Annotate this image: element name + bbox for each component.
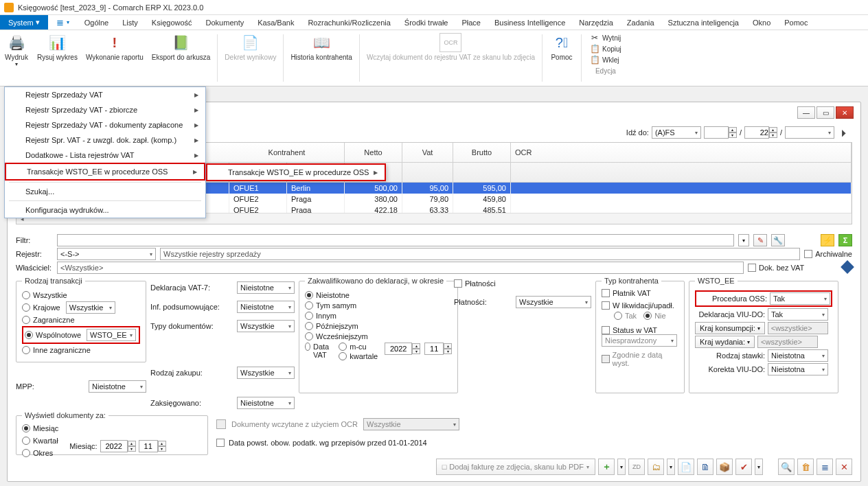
goto-spinner1[interactable]: ▴▾ — [704, 126, 737, 139]
ribbon-wykres[interactable]: 📊 Rysuj wykres — [33, 30, 82, 86]
col-vat[interactable]: Vat — [402, 143, 453, 162]
filter-tool-button[interactable]: 🔧 — [771, 234, 785, 246]
dekl-inf-select[interactable]: Nieistotne▾ — [237, 301, 295, 313]
col-brutto[interactable]: Brutto — [453, 143, 511, 162]
kraj-konsumpcji-select[interactable]: <wszystkie> — [768, 322, 828, 334]
filter-input[interactable] — [57, 234, 734, 246]
dd-dodatkowe[interactable]: Dodatkowe - Lista rejestrów VAT▶ — [5, 148, 205, 163]
tool3-button[interactable]: 🗎 — [697, 459, 713, 475]
dropdown-icon[interactable]: ▾ — [67, 19, 69, 25]
radio-datavat[interactable]: Data VAT m-cu kwartale ▴▾ ▴▾ — [305, 343, 452, 360]
list-button[interactable]: ≣ — [816, 459, 833, 475]
radio-nieistotne[interactable]: Nieistotne — [305, 291, 452, 299]
dd-szukaj[interactable]: Szukaj... — [5, 184, 205, 199]
kraj-wydania-button[interactable]: Kraj wydania:▾ — [695, 336, 755, 348]
add-button[interactable]: ＋ — [598, 459, 615, 475]
minimize-button[interactable]: — — [797, 106, 815, 119]
tool5-button[interactable]: ✔ — [735, 459, 752, 475]
col-ocr[interactable]: OCR — [511, 143, 852, 162]
datapow-row[interactable]: Data powst. obow. podatk. wg przepisów p… — [216, 439, 427, 447]
radio-miesiac[interactable]: Miesiąc — [22, 424, 58, 432]
ribbon-wytnij[interactable]: ✂Wytnij — [590, 33, 621, 43]
deklaracja-viudo-select[interactable]: Tak▾ — [768, 308, 828, 321]
platnosci-select[interactable]: Wszystkie▾ — [516, 296, 591, 308]
tool5-dropdown[interactable]: ▾ — [755, 459, 763, 475]
docza-mies[interactable] — [139, 440, 158, 452]
radio-krajowe[interactable]: Krajowe Wszystkie▾ — [22, 301, 140, 314]
dekl-typy-select[interactable]: Wszystkie▾ — [237, 320, 295, 332]
platnosci-checkbox[interactable]: Płatności — [454, 279, 591, 288]
col-netto[interactable]: Netto — [345, 143, 402, 162]
tool1-button[interactable]: 🗂 — [648, 459, 664, 475]
dd-rejestr-zbiorcze[interactable]: Rejestr Sprzedaży VAT - zbiorcze▶ — [5, 102, 205, 117]
wspolnotowe-select[interactable]: WSTO_EE▾ — [87, 329, 136, 341]
dd-sub-transakcje[interactable]: Transakcje WSTO_EE w procedurze OSS▶ — [207, 165, 385, 180]
datapow-checkbox[interactable] — [216, 439, 225, 447]
add-dropdown[interactable]: ▾ — [617, 459, 626, 475]
ribbon-kopiuj[interactable]: 📋Kopiuj — [590, 44, 621, 54]
maximize-button[interactable]: ▭ — [816, 106, 834, 119]
tool2-button[interactable]: 📄 — [678, 459, 694, 475]
menu-rozrachunki[interactable]: Rozrachunki/Rozliczenia — [301, 16, 397, 29]
menu-narzedzia[interactable]: Narzędzia — [572, 16, 620, 29]
menu-pomoc[interactable]: Pomoc — [777, 16, 814, 29]
radio-innym[interactable]: Innym — [305, 312, 452, 320]
dodaj-fakture-button[interactable]: □Dodaj fakturę ze zdjęcia, skanu lub PDF… — [436, 459, 595, 475]
list-icon[interactable]: ≣ — [56, 17, 64, 27]
tool4-button[interactable]: 📦 — [716, 459, 733, 475]
procedura-oss-select[interactable]: Tak▾ — [770, 292, 830, 305]
rodzaj-zakupu-select[interactable]: Wszystkie▾ — [237, 367, 295, 379]
radio-kwartal[interactable]: Kwartał — [22, 437, 58, 445]
filter-lightning-button[interactable]: ⚡ — [821, 234, 834, 246]
dd-konfiguracja[interactable]: Konfiguracja wydruków... — [5, 202, 205, 218]
goto-num[interactable]: ▴▾ — [744, 126, 777, 139]
radio-tymsamym[interactable]: Tym samym — [305, 301, 452, 310]
status-vat-select[interactable]: Niesprawdzony▾ — [602, 334, 677, 347]
ribbon-eksport[interactable]: 📗 Eksport do arkusza — [148, 30, 215, 86]
dd-rejestr-zapl[interactable]: Rejestr Sprzedaży VAT - dokumenty zapłac… — [5, 117, 205, 132]
goto-doc-select[interactable]: (A)FS▾ — [652, 126, 701, 139]
dd-rejestr-sprz[interactable]: Rejestr Sprzedaży VAT▶ — [5, 87, 205, 102]
radio-wczesniejszym[interactable]: Wcześniejszym — [305, 332, 452, 340]
rejestr-select[interactable]: <-S->▾ — [57, 248, 156, 260]
ribbon-historia[interactable]: 📖 Historia kontrahenta — [286, 30, 356, 86]
radio-pozniejszym[interactable]: Późniejszym — [305, 322, 452, 330]
menu-okno[interactable]: Okno — [746, 16, 777, 29]
goto-select2[interactable]: ▾ — [785, 126, 834, 139]
dekl-vat7-select[interactable]: Nieistotne▾ — [237, 281, 295, 294]
zakw-rok[interactable] — [385, 343, 412, 355]
menu-ksiegowosc[interactable]: Księgowość — [145, 16, 199, 29]
ribbon-wydruk[interactable]: 🖨️ Wydruk▾ — [0, 30, 33, 86]
krajowe-select[interactable]: Wszystkie▾ — [66, 301, 115, 314]
zakw-mies[interactable] — [424, 343, 444, 355]
dd-rejestr-komp[interactable]: Rejestr Spr. VAT - z uwzgl. dok. zapł. (… — [5, 132, 205, 148]
menu-listy[interactable]: Listy — [115, 16, 145, 29]
zaksiegowano-select[interactable]: Nieistotne▾ — [237, 397, 295, 409]
radio-wszystkie[interactable]: Wszystkie — [22, 291, 140, 299]
menu-dokumenty[interactable]: Dokumenty — [199, 16, 251, 29]
dd-transakcje-wsto[interactable]: Transakcje WSTO_EE w procedurze OSS▶ — [5, 163, 205, 181]
search-button[interactable]: 🔍 — [778, 459, 795, 475]
ribbon-wklej[interactable]: 📋Wklej — [590, 55, 621, 65]
filter-sigma-button[interactable]: Σ — [838, 234, 852, 246]
platnik-vat-checkbox[interactable]: Płatnik VAT — [602, 289, 678, 297]
rodzaj-stawki-select[interactable]: Nieistotna▾ — [768, 349, 828, 362]
mpp-select[interactable]: Nieistotne▾ — [89, 380, 146, 393]
diamond-icon[interactable] — [841, 260, 854, 274]
menu-sztuczna[interactable]: Sztuczna inteligencja — [661, 16, 746, 29]
tool1-dropdown[interactable]: ▾ — [667, 459, 675, 475]
menu-bi[interactable]: Business Intelligence — [488, 16, 572, 29]
dokbezvat-checkbox[interactable]: Dok. bez VAT — [748, 264, 804, 272]
col-kontrahent[interactable]: Kontrahent — [229, 143, 345, 162]
delete-button[interactable]: 🗑 — [797, 459, 814, 475]
close-list-button[interactable]: ✕ — [836, 459, 852, 475]
close-button[interactable]: ✕ — [836, 106, 854, 119]
kraj-wydania-select[interactable]: <wszystkie> — [757, 336, 818, 348]
radio-zagraniczne[interactable]: Zagraniczne — [22, 316, 140, 324]
menu-ogolne[interactable]: Ogólne — [78, 16, 115, 29]
radio-wspolnotowe[interactable]: Wspólnotowe WSTO_EE▾ — [22, 326, 140, 344]
menu-kasabank[interactable]: Kasa/Bank — [251, 16, 301, 29]
filter-dropdown[interactable]: ▾ — [738, 234, 749, 246]
menu-srodki[interactable]: Środki trwałe — [398, 16, 455, 29]
korekta-viudo-select[interactable]: Nieistotna▾ — [768, 363, 828, 375]
